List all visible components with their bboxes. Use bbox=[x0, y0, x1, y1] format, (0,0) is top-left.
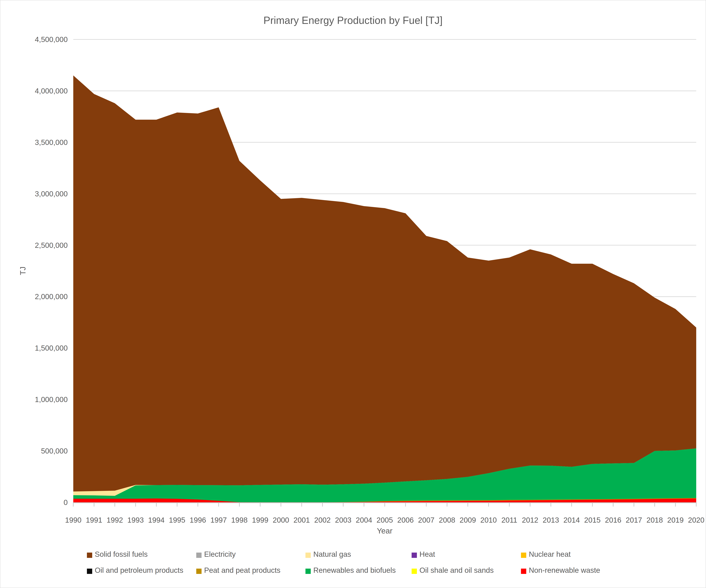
stacked-area-chart: 0500,0001,000,0001,500,0002,000,0002,500… bbox=[0, 0, 706, 588]
x-axis-tick-label: 1997 bbox=[210, 516, 227, 524]
x-axis-tick-label: 2019 bbox=[667, 516, 683, 524]
x-axis-tick-label: 2015 bbox=[584, 516, 600, 524]
x-axis-tick-label: 2005 bbox=[377, 516, 393, 524]
y-axis-tick-label: 3,000,000 bbox=[35, 190, 68, 198]
x-axis-tick-label: 2013 bbox=[543, 516, 559, 524]
x-axis-tick-label: 1992 bbox=[107, 516, 123, 524]
y-axis-tick-label: 0 bbox=[64, 498, 68, 507]
y-axis-tick-label: 2,500,000 bbox=[35, 241, 68, 249]
x-axis-tick-label: 2006 bbox=[397, 516, 414, 524]
y-axis-tick-label: 1,500,000 bbox=[35, 344, 68, 352]
x-axis-tick-label: 2012 bbox=[522, 516, 538, 524]
x-axis-tick-label: 2004 bbox=[356, 516, 372, 524]
x-axis-tick-label: 1998 bbox=[231, 516, 247, 524]
x-axis-tick-label: 2007 bbox=[418, 516, 434, 524]
chart-page: Primary Energy Production by Fuel [TJ] 0… bbox=[0, 0, 706, 588]
y-axis-tick-label: 500,000 bbox=[41, 447, 68, 455]
x-axis-tick-label: 2014 bbox=[563, 516, 580, 524]
x-axis-tick-label: 1996 bbox=[190, 516, 206, 524]
x-axis-tick-label: 1991 bbox=[86, 516, 102, 524]
x-axis-tick-label: 2020 bbox=[688, 516, 704, 524]
x-axis-tick-label: 1993 bbox=[127, 516, 144, 524]
x-axis-tick-label: 2011 bbox=[501, 516, 517, 524]
x-axis-tick-label: 1999 bbox=[252, 516, 268, 524]
x-axis-tick-label: 1990 bbox=[65, 516, 81, 524]
x-axis-tick-label: 1995 bbox=[169, 516, 185, 524]
x-axis-tick-label: 1994 bbox=[148, 516, 164, 524]
x-axis-tick-label: 2001 bbox=[293, 516, 310, 524]
x-axis-tick-label: 2000 bbox=[273, 516, 289, 524]
y-axis-tick-label: 2,000,000 bbox=[35, 292, 68, 301]
x-axis-tick-label: 2009 bbox=[460, 516, 476, 524]
y-axis-tick-label: 4,000,000 bbox=[35, 87, 68, 95]
x-axis-tick-label: 2016 bbox=[605, 516, 621, 524]
x-axis-tick-label: 2002 bbox=[314, 516, 330, 524]
x-axis-title: Year bbox=[361, 526, 409, 535]
x-axis-tick-label: 2017 bbox=[626, 516, 642, 524]
x-axis-tick-label: 2010 bbox=[480, 516, 497, 524]
area-series-solid-fossil-fuels bbox=[73, 76, 696, 502]
y-axis-tick-label: 4,500,000 bbox=[35, 35, 68, 44]
x-axis-tick-label: 2003 bbox=[335, 516, 351, 524]
y-axis-title: TJ bbox=[18, 258, 27, 284]
y-axis-tick-label: 1,000,000 bbox=[35, 395, 68, 404]
y-axis-tick-label: 3,500,000 bbox=[35, 138, 68, 147]
x-axis-tick-label: 2018 bbox=[646, 516, 663, 524]
x-axis-tick-label: 2008 bbox=[439, 516, 455, 524]
